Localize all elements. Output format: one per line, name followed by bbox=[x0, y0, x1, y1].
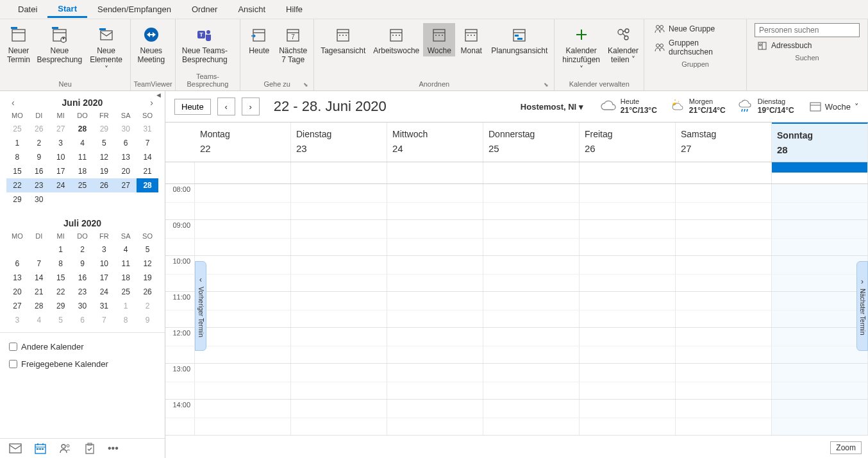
month-view[interactable]: Monat bbox=[455, 23, 487, 56]
weather-morgen[interactable]: Morgen21°C/14°C bbox=[669, 98, 726, 115]
mini-day[interactable]: 6 bbox=[115, 136, 137, 150]
mini-day[interactable]: 19 bbox=[93, 164, 115, 178]
mini-day[interactable]: 18 bbox=[115, 271, 137, 285]
mini-day[interactable]: 30 bbox=[28, 192, 50, 207]
mini-day[interactable]: 27 bbox=[6, 299, 28, 313]
mini-day[interactable]: 12 bbox=[137, 257, 158, 271]
mini-day[interactable]: 1 bbox=[115, 299, 137, 313]
mini-day[interactable]: 31 bbox=[137, 122, 158, 136]
mini-day[interactable]: 22 bbox=[6, 178, 28, 192]
mini-day[interactable]: 9 bbox=[72, 257, 94, 271]
weather-heute[interactable]: Heute21°C/13°C bbox=[600, 98, 657, 115]
day-header-mittwoch[interactable]: Mittwoch24 bbox=[387, 123, 483, 162]
weather-dienstag[interactable]: Dienstag19°C/14°C bbox=[737, 98, 794, 115]
mini-day[interactable]: 13 bbox=[6, 271, 28, 285]
mini-day[interactable]: 25 bbox=[115, 285, 137, 299]
mini-day[interactable]: 12 bbox=[93, 150, 115, 164]
mini-day[interactable]: 30 bbox=[115, 122, 137, 136]
week-view[interactable]: Woche bbox=[423, 23, 455, 56]
mini-day[interactable]: 14 bbox=[137, 150, 158, 164]
new-appointment[interactable]: NeuerTermin bbox=[3, 23, 35, 66]
mini-day[interactable] bbox=[115, 192, 137, 207]
browse-groups[interactable]: Gruppen durchsuchen bbox=[652, 37, 739, 58]
mini-day[interactable]: 21 bbox=[28, 285, 50, 299]
mini-day[interactable]: 28 bbox=[137, 178, 158, 192]
mini-day[interactable]: 25 bbox=[6, 122, 28, 136]
allday-cell[interactable] bbox=[580, 162, 676, 183]
mini-day[interactable] bbox=[6, 242, 28, 257]
mini-day[interactable]: 14 bbox=[28, 271, 50, 285]
mini-day[interactable]: 18 bbox=[72, 164, 94, 178]
dialog-launcher[interactable]: ⬊ bbox=[544, 81, 549, 88]
collapse-sidebar[interactable]: ◄ bbox=[155, 91, 162, 99]
mini-day[interactable]: 2 bbox=[72, 242, 94, 257]
allday-event[interactable] bbox=[772, 162, 867, 173]
mini-day[interactable]: 13 bbox=[115, 150, 137, 164]
location-selector[interactable]: Hostemost, NI ▾ bbox=[521, 102, 583, 112]
menu-ansicht[interactable]: Ansicht bbox=[228, 2, 276, 17]
mini-day[interactable]: 22 bbox=[50, 285, 72, 299]
mini-day[interactable]: 31 bbox=[93, 299, 115, 313]
view-selector[interactable]: Woche ˅ bbox=[810, 101, 859, 112]
mini-day[interactable]: 2 bbox=[28, 136, 50, 150]
day-header-dienstag[interactable]: Dienstag23 bbox=[291, 123, 387, 162]
mini-day[interactable]: 4 bbox=[115, 242, 137, 257]
allday-cell[interactable] bbox=[483, 162, 580, 183]
today-button[interactable]: Heute bbox=[174, 99, 211, 115]
more-icon[interactable]: ••• bbox=[108, 443, 119, 454]
allday-cell[interactable] bbox=[195, 162, 291, 183]
mini-day[interactable]: 3 bbox=[93, 242, 115, 257]
menu-start[interactable]: Start bbox=[47, 1, 87, 18]
mini-day[interactable]: 6 bbox=[72, 313, 94, 327]
address-book[interactable]: Adressbuch bbox=[755, 40, 860, 51]
mini-day[interactable]: 8 bbox=[115, 313, 137, 327]
mini-day[interactable]: 7 bbox=[93, 313, 115, 327]
teamviewer-meeting[interactable]: NeuesMeeting bbox=[133, 23, 169, 66]
new-group[interactable]: Neue Gruppe bbox=[652, 23, 739, 35]
mini-day[interactable]: 1 bbox=[50, 242, 72, 257]
next-week[interactable]: › bbox=[242, 98, 260, 115]
mini-day[interactable]: 26 bbox=[93, 178, 115, 192]
mini-day[interactable]: 23 bbox=[72, 285, 94, 299]
day-view[interactable]: Tagesansicht bbox=[317, 23, 369, 56]
mini-day[interactable]: 5 bbox=[50, 313, 72, 327]
mini-day[interactable]: 5 bbox=[93, 136, 115, 150]
mini-day[interactable]: 28 bbox=[28, 299, 50, 313]
menu-ordner[interactable]: Ordner bbox=[181, 2, 228, 17]
calendar-toggle[interactable]: Andere Kalender bbox=[9, 338, 156, 355]
mini-day[interactable]: 9 bbox=[137, 313, 158, 327]
mini-day[interactable]: 26 bbox=[28, 122, 50, 136]
tasks-icon[interactable] bbox=[85, 443, 95, 454]
mini-day[interactable]: 19 bbox=[137, 271, 158, 285]
mini-next[interactable]: › bbox=[150, 98, 153, 108]
mini-day[interactable] bbox=[137, 192, 158, 207]
mini-day[interactable]: 27 bbox=[50, 122, 72, 136]
mini-day[interactable]: 3 bbox=[50, 136, 72, 150]
mini-day[interactable]: 29 bbox=[6, 192, 28, 207]
mini-day[interactable]: 23 bbox=[28, 178, 50, 192]
mini-day[interactable]: 24 bbox=[93, 285, 115, 299]
menu-datei[interactable]: Datei bbox=[8, 2, 47, 17]
day-header-donnerstag[interactable]: Donnerstag25 bbox=[483, 123, 580, 162]
mini-day[interactable]: 28 bbox=[72, 122, 94, 136]
next-appointment-handle[interactable]: ›Nächster Termin bbox=[856, 261, 868, 351]
zoom-button[interactable]: Zoom bbox=[830, 441, 862, 454]
mini-day[interactable]: 7 bbox=[137, 136, 158, 150]
mini-day[interactable]: 7 bbox=[28, 257, 50, 271]
goto-today[interactable]: Heute bbox=[243, 23, 275, 56]
new-meeting[interactable]: NeueBesprechung bbox=[35, 23, 85, 66]
menu-hilfe[interactable]: Hilfe bbox=[276, 2, 313, 17]
mini-day[interactable]: 17 bbox=[50, 164, 72, 178]
allday-cell[interactable] bbox=[387, 162, 483, 183]
mini-day[interactable]: 30 bbox=[72, 299, 94, 313]
menu-senden/empfangen[interactable]: Senden/Empfangen bbox=[87, 2, 181, 17]
schedule-view[interactable]: Planungsansicht bbox=[487, 23, 551, 56]
allday-cell[interactable] bbox=[676, 162, 772, 183]
mini-day[interactable] bbox=[50, 192, 72, 207]
mini-day[interactable]: 4 bbox=[72, 136, 94, 150]
mini-day[interactable]: 25 bbox=[72, 178, 94, 192]
mini-day[interactable]: 11 bbox=[115, 257, 137, 271]
calendar-toggle[interactable]: Freigegebene Kalender bbox=[9, 355, 156, 373]
allday-cell[interactable] bbox=[291, 162, 387, 183]
day-header-freitag[interactable]: Freitag26 bbox=[580, 123, 676, 162]
